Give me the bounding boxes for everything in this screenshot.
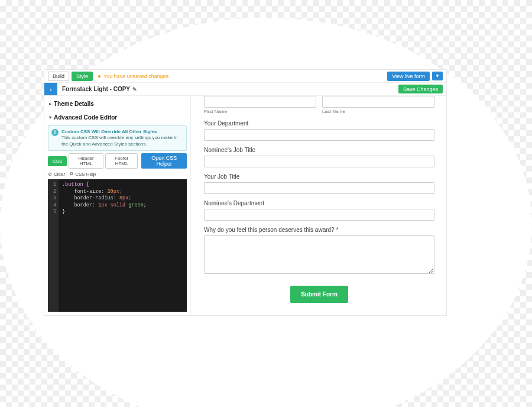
tab-build[interactable]: Build <box>48 72 69 81</box>
first-name-label: First Name <box>204 109 316 114</box>
tab-header-html[interactable]: Header HTML <box>69 153 103 169</box>
your-department-label: Your Department <box>204 120 434 127</box>
caret-down-icon: ▾ <box>49 115 51 120</box>
pencil-icon[interactable]: ✎ <box>132 86 137 92</box>
code-editor[interactable]: 12345 .button { font-size: 20px; border-… <box>48 179 187 312</box>
your-job-title-input[interactable] <box>204 182 434 194</box>
submit-button[interactable]: Submit Form <box>290 286 348 303</box>
unsaved-warning: You have unsaved changes <box>103 73 168 79</box>
advanced-editor-accordion[interactable]: ▾ Advanced Code Editor <box>48 112 187 123</box>
clear-icon: ⊘ <box>48 172 52 177</box>
info-icon: i <box>51 129 59 136</box>
css-help-label: CSS Help <box>75 172 96 177</box>
name-row: First Name Last Name <box>204 96 434 114</box>
tab-css[interactable]: CSS <box>48 156 67 166</box>
theme-name-text: Formstack Light - COPY <box>62 86 130 92</box>
warning-icon: ● <box>98 73 101 79</box>
theme-header: ‹ Formstack Light - COPY ✎ Save Changes <box>44 83 446 96</box>
theme-details-accordion[interactable]: ▸ Theme Details <box>48 98 187 109</box>
app-window: Build Style ● You have unsaved changes V… <box>44 70 446 315</box>
save-changes-button[interactable]: Save Changes <box>398 85 443 93</box>
view-live-dropdown[interactable]: ▼ <box>432 72 443 80</box>
helper-row: ⊘ Clear ⧉ CSS Help <box>48 171 187 177</box>
submit-wrap: Submit Form <box>204 286 434 303</box>
first-name-input[interactable] <box>204 96 316 108</box>
last-name-label: Last Name <box>322 109 434 114</box>
your-job-title-label: Your Job Title <box>204 173 434 180</box>
your-department-input[interactable] <box>204 129 434 141</box>
code-tabs: CSS Header HTML Footer HTML Open CSS Hel… <box>48 153 187 169</box>
info-title: Custom CSS Will Override All Other Style… <box>61 129 183 135</box>
last-name-input[interactable] <box>322 96 434 108</box>
theme-details-label: Theme Details <box>54 101 94 107</box>
advanced-editor-label: Advanced Code Editor <box>54 114 117 121</box>
info-callout: i Custom CSS Will Override All Other Sty… <box>48 125 187 151</box>
back-button[interactable]: ‹ <box>44 83 57 95</box>
nominee-department-label: Nominee's Department <box>204 200 434 206</box>
editor-gutter: 12345 <box>48 179 59 312</box>
tab-footer-html[interactable]: Footer HTML <box>105 153 138 169</box>
nominee-job-title-label: Nominee's Job Title <box>204 147 434 153</box>
why-label: Why do you feel this person deserves thi… <box>204 227 434 233</box>
nominee-department-input[interactable] <box>204 209 434 221</box>
main-content: ▸ Theme Details ▾ Advanced Code Editor i… <box>44 96 446 315</box>
nominee-job-title-input[interactable] <box>204 156 434 167</box>
open-css-helper-button[interactable]: Open CSS Helper <box>141 153 187 169</box>
tab-style[interactable]: Style <box>72 72 93 81</box>
css-help-link[interactable]: ⧉ CSS Help <box>70 171 96 177</box>
caret-right-icon: ▸ <box>49 101 51 106</box>
view-live-button[interactable]: View live form <box>387 72 430 81</box>
top-toolbar: Build Style ● You have unsaved changes V… <box>44 70 446 83</box>
clear-label: Clear <box>54 172 65 177</box>
why-textarea[interactable] <box>204 235 434 274</box>
form-preview: First Name Last Name Your Department Nom… <box>191 96 446 315</box>
sidebar: ▸ Theme Details ▾ Advanced Code Editor i… <box>44 96 191 315</box>
chevron-left-icon: ‹ <box>50 86 52 93</box>
info-body: This custom CSS will override any settin… <box>61 135 178 146</box>
theme-name-container: Formstack Light - COPY ✎ <box>57 83 395 95</box>
clear-link[interactable]: ⊘ Clear <box>48 172 65 177</box>
editor-code[interactable]: .button { font-size: 20px; border-radius… <box>59 179 150 312</box>
link-icon: ⧉ <box>70 171 73 177</box>
